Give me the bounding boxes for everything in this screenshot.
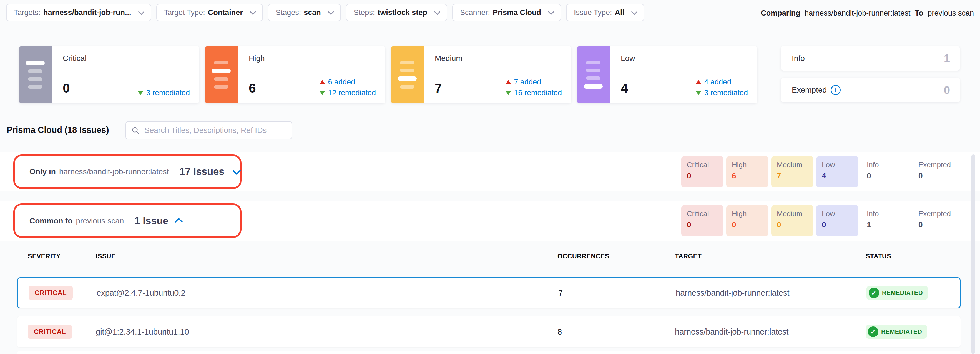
triangle-down-icon bbox=[506, 91, 511, 95]
chip-label: Exempted bbox=[918, 209, 955, 218]
group-prefix: Only in bbox=[29, 167, 56, 176]
card-label: High bbox=[249, 54, 265, 63]
chip-low: Low 0 bbox=[816, 205, 858, 236]
chip-info: Info 1 bbox=[861, 205, 904, 236]
filter-targets[interactable]: Targets: harness/bandit-job-run... bbox=[6, 4, 151, 21]
chip-exempted: Exempted 0 bbox=[913, 156, 955, 187]
filter-value: All bbox=[615, 8, 625, 17]
triangle-down-icon bbox=[696, 91, 701, 95]
chip-label: Low bbox=[822, 161, 858, 169]
chevron-down-icon bbox=[250, 9, 256, 15]
info-card: Info 1 bbox=[781, 46, 960, 70]
info-tooltip-icon[interactable]: i bbox=[830, 85, 841, 95]
high-severity-icon bbox=[205, 46, 238, 104]
card-trends: 6 added 12 remediated bbox=[320, 78, 376, 97]
search-input[interactable] bbox=[144, 126, 286, 135]
table-row[interactable]: CRITICAL git@1:2.34.1-1ubuntu1.10 8 harn… bbox=[17, 316, 961, 347]
group-issue-count: 1 Issue bbox=[134, 215, 168, 227]
remediated-link[interactable]: 16 remediated bbox=[506, 89, 562, 97]
col-issue: ISSUE bbox=[96, 253, 557, 260]
filter-label: Target Type: bbox=[164, 8, 205, 17]
chip-low: Low 4 bbox=[816, 156, 858, 187]
chip-label: Critical bbox=[687, 161, 724, 169]
chevron-up-icon bbox=[174, 218, 183, 226]
severity-badge: CRITICAL bbox=[29, 286, 73, 300]
card-count: 6 bbox=[249, 81, 256, 96]
filter-scanner[interactable]: Scanner: Prisma Cloud bbox=[452, 4, 561, 21]
status-text: REMEDIATED bbox=[882, 289, 923, 297]
group-prefix: Common to bbox=[29, 217, 73, 225]
check-circle-icon: ✓ bbox=[869, 288, 879, 298]
status-text: REMEDIATED bbox=[881, 328, 922, 335]
card-trends: 3 remediated bbox=[138, 89, 190, 97]
target-cell: harness/bandit-job-runner:latest bbox=[676, 289, 867, 298]
filter-target-type[interactable]: Target Type: Container bbox=[156, 4, 263, 21]
info-label: Info bbox=[792, 54, 805, 63]
summary-card-low: Low 4 4 added 3 remediated bbox=[577, 46, 757, 104]
chip-exempted: Exempted 0 bbox=[913, 205, 955, 236]
remediated-link[interactable]: 3 remediated bbox=[138, 89, 190, 97]
chip-count: 0 bbox=[918, 220, 955, 229]
card-trends: 7 added 16 remediated bbox=[506, 78, 562, 97]
added-text: 6 added bbox=[328, 78, 355, 86]
occurrences-cell: 8 bbox=[557, 327, 675, 336]
filter-value: Prisma Cloud bbox=[493, 8, 541, 17]
triangle-down-icon bbox=[320, 91, 325, 95]
card-label: Low bbox=[621, 54, 635, 63]
comparing-to-label: To bbox=[915, 9, 923, 17]
chip-count: 0 bbox=[867, 171, 904, 180]
col-occurrences: OCCURRENCES bbox=[557, 253, 675, 260]
occurrences-cell: 7 bbox=[558, 289, 676, 298]
triangle-up-icon bbox=[696, 80, 701, 84]
search-icon bbox=[131, 126, 140, 135]
chip-label: High bbox=[732, 209, 768, 218]
filter-steps[interactable]: Steps: twistlock step bbox=[346, 4, 447, 21]
filter-label: Scanner: bbox=[460, 8, 490, 17]
remediated-text: 12 remediated bbox=[328, 89, 376, 97]
group-common-to: Common to previous scan 1 Issue Critical… bbox=[0, 201, 980, 241]
comparing-label: Comparing bbox=[761, 9, 800, 17]
comparing-summary: Comparing harness/bandit-job-runner:late… bbox=[759, 9, 974, 18]
chip-critical: Critical 0 bbox=[681, 156, 724, 187]
group-common-to-header[interactable]: Common to previous scan 1 Issue bbox=[29, 201, 183, 241]
chip-count: 6 bbox=[732, 171, 768, 180]
summary-card-critical: Critical 0 3 remediated bbox=[19, 46, 199, 104]
group-only-in-header[interactable]: Only in harness/bandit-job-runner:latest… bbox=[29, 152, 239, 191]
filter-stages[interactable]: Stages: scan bbox=[268, 4, 341, 21]
triangle-down-icon bbox=[138, 91, 143, 95]
exempted-count: 0 bbox=[944, 84, 950, 96]
table-row[interactable]: CRITICAL expat@2.4.7-1ubuntu0.2 7 harnes… bbox=[17, 277, 961, 308]
vertical-scrollbar[interactable] bbox=[971, 155, 975, 354]
chip-count: 0 bbox=[687, 171, 724, 180]
chip-high: High 0 bbox=[726, 205, 768, 236]
chip-count: 7 bbox=[777, 171, 813, 180]
triangle-up-icon bbox=[320, 80, 325, 84]
search-box bbox=[126, 121, 292, 139]
added-link[interactable]: 7 added bbox=[506, 78, 541, 86]
filter-value: scan bbox=[304, 8, 321, 17]
triangle-up-icon bbox=[506, 80, 511, 84]
col-status: STATUS bbox=[865, 253, 961, 260]
chip-label: Medium bbox=[777, 209, 813, 218]
added-link[interactable]: 6 added bbox=[320, 78, 355, 86]
card-trends: 4 added 3 remediated bbox=[696, 78, 748, 97]
exempted-label: Exempted bbox=[792, 86, 827, 94]
col-severity: SEVERITY bbox=[28, 253, 96, 260]
group-name: harness/bandit-job-runner:latest bbox=[59, 167, 169, 176]
group-name: previous scan bbox=[76, 217, 124, 225]
filter-issue-type[interactable]: Issue Type: All bbox=[566, 4, 644, 21]
filter-label: Stages: bbox=[276, 8, 301, 17]
chip-label: Info bbox=[867, 161, 904, 169]
table-row-partial bbox=[17, 351, 961, 354]
divider bbox=[908, 156, 908, 187]
remediated-link[interactable]: 3 remediated bbox=[696, 89, 748, 97]
added-link[interactable]: 4 added bbox=[696, 78, 731, 86]
remediated-link[interactable]: 12 remediated bbox=[320, 89, 376, 97]
issue-cell: expat@2.4.7-1ubuntu0.2 bbox=[97, 289, 558, 298]
status-badge: ✓ REMEDIATED bbox=[865, 325, 927, 339]
low-severity-icon bbox=[577, 46, 610, 104]
chip-info: Info 0 bbox=[861, 156, 904, 187]
summary-card-medium: Medium 7 7 added 16 remediated bbox=[391, 46, 571, 104]
severity-chip-row: Critical 0 High 0 Medium 0 Low 0 Info 1 … bbox=[681, 205, 955, 236]
info-count: 1 bbox=[944, 52, 950, 65]
